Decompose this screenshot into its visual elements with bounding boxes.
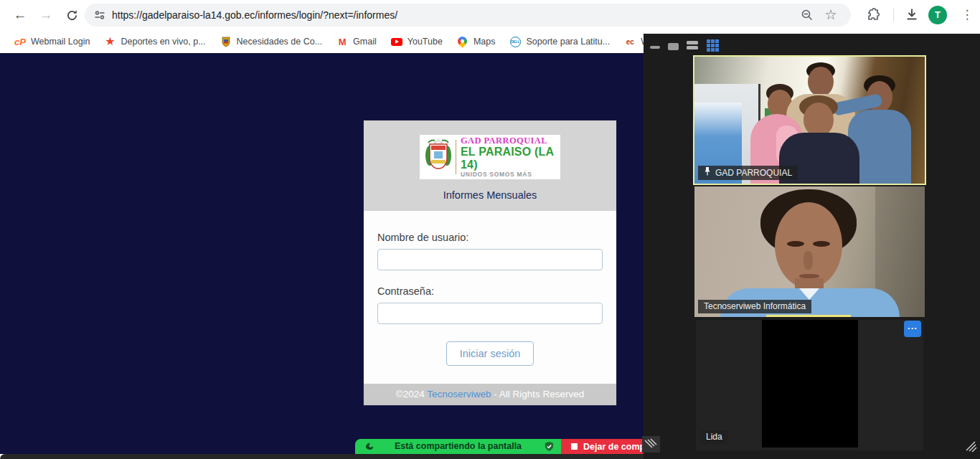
login-form: Nombre de usuario: Contraseña: Iniciar s…	[364, 211, 616, 384]
more-options-button[interactable]: ...	[904, 321, 921, 337]
login-card: GAD PARROQUIAL EL PARAISO (LA 14) UNIDOS…	[364, 120, 616, 405]
bookmark-star-icon[interactable]: ☆	[822, 5, 839, 25]
participant-name: GAD PARROQUIAL	[715, 168, 792, 178]
extensions-icon[interactable]	[865, 6, 881, 25]
strip-view-icon[interactable]	[687, 41, 698, 51]
url-text[interactable]: https://gadelparaiso-la14.gob.ec/informe…	[112, 4, 397, 27]
logo-line-1: GAD PARROQUIAL	[461, 136, 560, 146]
screen-share-bar: Está compartiendo la pantalla Dejar de c…	[355, 439, 658, 454]
site-settings-icon[interactable]	[94, 9, 105, 24]
screen: ← → https://gadelparaiso-la14.gob.ec/inf…	[0, 0, 980, 459]
nose	[804, 251, 813, 270]
logo-line-3: UNIDOS SOMOS MÁS	[461, 171, 560, 179]
video-tile-tecnoserviweb[interactable]: Tecnoserviweb Informática	[694, 186, 925, 317]
dark-video-feed	[762, 320, 858, 448]
bookmark-label: Deportes en vivo, p...	[121, 37, 205, 47]
resize-handle-left[interactable]	[642, 436, 660, 453]
tecnoserviweb-link[interactable]: Tecnoserviweb	[427, 389, 491, 399]
bookmark-necesidades[interactable]: Necesidades de Co...	[213, 33, 330, 50]
active-underline	[766, 315, 851, 317]
login-card-header: GAD PARROQUIAL EL PARAISO (LA 14) UNIDOS…	[364, 120, 616, 211]
username-field[interactable]	[377, 249, 603, 270]
eyebrow	[813, 241, 830, 247]
browser-menu-icon[interactable]: ⋮	[957, 5, 977, 25]
participant-name: Tecnoserviweb Informática	[704, 301, 806, 311]
dell-icon: DELL	[509, 36, 521, 47]
participant-name-tag: Tecnoserviweb Informática	[698, 300, 811, 313]
video-conference-panel: GAD PARROQUIAL Tecnoserviweb Informática…	[644, 34, 980, 459]
password-label: Contraseña:	[377, 285, 603, 297]
profile-avatar[interactable]: T	[928, 6, 947, 24]
browser-toolbar: ← → https://gadelparaiso-la14.gob.ec/inf…	[0, 0, 980, 30]
speaker-view-icon[interactable]	[668, 43, 679, 50]
resize-handle-right[interactable]	[963, 437, 979, 453]
person-head	[804, 103, 834, 137]
phone-icon	[364, 442, 374, 457]
participant-name-tag: Lida	[700, 430, 728, 444]
copyright-prefix: ©2024	[396, 389, 428, 399]
cpanel-icon: cP	[14, 36, 26, 47]
copyright-footer: ©2024 Tecnoserviweb - All Rights Reserve…	[364, 384, 616, 405]
logo-text: GAD PARROQUIAL EL PARAISO (LA 14) UNIDOS…	[461, 136, 560, 178]
bookmark-label: Gmail	[353, 37, 377, 47]
logo-line-2: EL PARAISO (LA 14)	[461, 146, 560, 171]
back-icon[interactable]: ←	[10, 5, 30, 25]
video-tile-lida[interactable]: ... Lida	[696, 320, 923, 450]
video-tile-gad-parroquial[interactable]: GAD PARROQUIAL	[693, 55, 926, 185]
minimize-icon[interactable]	[650, 46, 660, 49]
page-title: Informes Mensuales	[364, 189, 616, 201]
coat-of-arms-icon	[425, 137, 452, 177]
gad-logo: GAD PARROQUIAL EL PARAISO (LA 14) UNIDOS…	[420, 135, 560, 179]
participant-name: Lida	[706, 432, 722, 442]
bookmark-label: YouTube	[407, 37, 443, 47]
copyright-suffix: - All Rights Reserved	[491, 389, 584, 399]
password-field[interactable]	[377, 303, 603, 324]
bookmark-deportes[interactable]: ★ Deportes en vivo, p...	[97, 33, 212, 50]
downloads-icon[interactable]	[904, 6, 920, 25]
bookmark-label: Maps	[473, 37, 496, 47]
youtube-icon	[391, 36, 402, 47]
zoom-page-icon[interactable]	[801, 9, 814, 24]
participant-name-tag: GAD PARROQUIAL	[698, 166, 798, 180]
gallery-view-icon[interactable]	[707, 39, 719, 52]
bookmark-dell[interactable]: DELL Soporte para Latitu...	[502, 33, 617, 50]
shield-check-icon[interactable]	[544, 441, 555, 457]
bookmark-label: Soporte para Latitu...	[526, 37, 610, 47]
maps-pin-icon	[457, 36, 468, 47]
address-bar[interactable]: https://gadelparaiso-la14.gob.ec/informe…	[85, 4, 851, 27]
sharing-status-text: Está compartiendo la pantalla	[395, 441, 522, 451]
bookmark-label: Necesidades de Co...	[237, 37, 323, 47]
ecuador-crest-icon	[220, 36, 232, 47]
bookmark-webmail[interactable]: cP Webmail Login	[7, 33, 97, 50]
sharing-status: Está compartiendo la pantalla	[355, 439, 561, 454]
toolbar-divider	[893, 9, 894, 22]
gmail-icon: M	[336, 36, 348, 47]
login-button[interactable]: Iniciar sesión	[446, 341, 534, 366]
red-star-icon: ★	[104, 36, 116, 47]
logo-divider	[456, 140, 456, 174]
whois-icon: ec	[624, 36, 636, 47]
forward-icon[interactable]: →	[36, 5, 56, 25]
person-head	[808, 67, 834, 97]
stop-icon	[571, 443, 578, 450]
username-label: Nombre de usuario:	[377, 232, 603, 243]
eyebrow	[787, 241, 804, 247]
bookmark-maps[interactable]: Maps	[450, 33, 503, 50]
bookmark-label: Webmail Login	[31, 37, 90, 47]
bookmark-youtube[interactable]: YouTube	[384, 33, 450, 50]
pin-icon	[704, 167, 711, 178]
bookmark-gmail[interactable]: M Gmail	[329, 33, 384, 50]
reload-icon[interactable]	[62, 5, 82, 25]
